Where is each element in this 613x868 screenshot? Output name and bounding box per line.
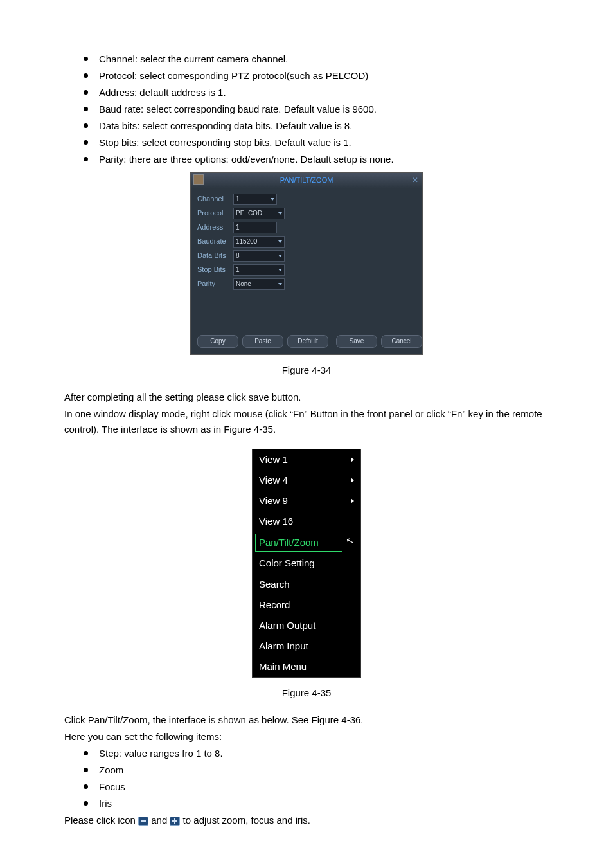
list-item: Iris (84, 796, 549, 811)
list-item: Step: value ranges fro 1 to 8. (84, 746, 549, 761)
menu-item-view4[interactable]: View 4 (253, 470, 360, 491)
chevron-right-icon (351, 457, 354, 462)
cursor-icon: ↖ (345, 535, 355, 546)
menu-item-ptz[interactable]: Pan/Tilt/Zoom ↖ (253, 532, 360, 553)
address-label: Address (197, 222, 233, 233)
bullet-text: Protocol: select corresponding PTZ proto… (99, 70, 368, 81)
list-item: Protocol: select corresponding PTZ proto… (84, 68, 549, 84)
list-item: Parity: there are three options: odd/eve… (84, 152, 549, 167)
ptz-settings-list: Channel: select the current camera chann… (64, 51, 549, 167)
bullet-text: Stop bits: select corresponding stop bit… (99, 137, 351, 148)
list-item: Focus (84, 779, 549, 795)
chevron-right-icon (351, 478, 354, 483)
bullet-text: Address: default address is 1. (99, 87, 226, 98)
default-button[interactable]: Default (287, 335, 328, 348)
channel-select[interactable]: 1 (233, 194, 277, 205)
menu-item-view16[interactable]: View 16 (253, 511, 360, 532)
bullet-text: Baud rate: select corresponding baud rat… (99, 104, 377, 114)
list-item: Zoom (84, 763, 549, 778)
bullet-text: Focus (99, 781, 125, 792)
protocol-select[interactable]: PELCOD (233, 208, 285, 219)
dialog-body: Channel 1 Protocol PELCOD Address 1 Baud… (191, 188, 422, 331)
body-text: Click Pan/Tilt/Zoom, the interface is sh… (64, 712, 549, 728)
channel-label: Channel (197, 194, 233, 205)
chevron-down-icon (278, 283, 282, 285)
menu-item-alarm-output[interactable]: Alarm Output (253, 615, 360, 636)
bullet-text: Zoom (99, 764, 123, 775)
cancel-button[interactable]: Cancel (381, 335, 422, 348)
chevron-down-icon (278, 212, 282, 215)
list-item: Stop bits: select corresponding stop bit… (84, 135, 549, 150)
chevron-right-icon (351, 498, 354, 503)
paste-button[interactable]: Paste (242, 335, 283, 348)
list-item: Data bits: select corresponding data bit… (84, 118, 549, 134)
dialog-title: PAN/TILT/ZOOM (280, 176, 333, 184)
menu-item-color[interactable]: Color Setting (253, 553, 360, 574)
menu-item-alarm-input[interactable]: Alarm Input (253, 636, 360, 656)
figure-caption-34: Figure 4-34 (64, 363, 549, 378)
context-menu: View 1 View 4 View 9 View 16 Pan/Tilt/Zo… (252, 449, 361, 678)
menu-item-view1[interactable]: View 1 (253, 449, 360, 470)
ptz-dialog: PAN/TILT/ZOOM ✕ Channel 1 Protocol PELCO… (190, 172, 423, 355)
baudrate-select[interactable]: 115200 (233, 236, 285, 248)
baudrate-label: Baudrate (197, 236, 233, 248)
bullet-text: Iris (99, 798, 112, 809)
bullet-text: Step: value ranges fro 1 to 8. (99, 748, 223, 759)
list-item: Address: default address is 1. (84, 85, 549, 100)
copy-button[interactable]: Copy (197, 335, 238, 348)
protocol-label: Protocol (197, 208, 233, 219)
bullet-text: Data bits: select corresponding data bit… (99, 120, 352, 131)
menu-item-record[interactable]: Record (253, 595, 360, 615)
bullet-text: Parity: there are three options: odd/eve… (99, 154, 394, 165)
parity-label: Parity (197, 278, 233, 290)
menu-item-search[interactable]: Search (253, 574, 360, 595)
databits-select[interactable]: 8 (233, 250, 285, 262)
save-button[interactable]: Save (336, 335, 377, 348)
chevron-down-icon (278, 240, 282, 243)
dialog-titlebar: PAN/TILT/ZOOM ✕ (191, 173, 422, 188)
parity-select[interactable]: None (233, 278, 285, 290)
menu-item-main-menu[interactable]: Main Menu (253, 656, 360, 677)
stopbits-label: Stop Bits (197, 264, 233, 276)
body-text: Please click icon and to adjust zoom, fo… (64, 813, 549, 828)
minus-icon (138, 817, 148, 826)
selection-highlight (255, 534, 342, 552)
body-text: After completing all the setting please … (64, 390, 549, 405)
body-text: Here you can set the following items: (64, 729, 549, 745)
close-icon[interactable]: ✕ (412, 174, 418, 186)
ptz-controls-list: Step: value ranges fro 1 to 8. Zoom Focu… (64, 746, 549, 811)
dialog-footer: Copy Paste Default Save Cancel (191, 331, 422, 354)
plus-icon (170, 817, 180, 826)
chevron-down-icon (271, 198, 274, 201)
dialog-logo-icon (193, 174, 204, 185)
figure-caption-35: Figure 4-35 (64, 685, 549, 701)
body-text: In one window display mode, right click … (64, 406, 549, 437)
menu-item-view9[interactable]: View 9 (253, 491, 360, 511)
chevron-down-icon (278, 255, 282, 257)
list-item: Baud rate: select corresponding baud rat… (84, 102, 549, 117)
chevron-down-icon (278, 269, 282, 271)
databits-label: Data Bits (197, 250, 233, 262)
stopbits-select[interactable]: 1 (233, 264, 285, 276)
list-item: Channel: select the current camera chann… (84, 51, 549, 67)
bullet-text: Channel: select the current camera chann… (99, 53, 288, 64)
address-input[interactable]: 1 (233, 222, 277, 233)
